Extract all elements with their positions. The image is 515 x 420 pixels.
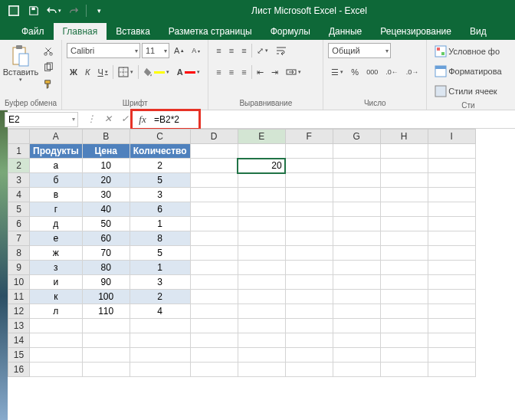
cell[interactable] [380,217,428,231]
align-bottom-icon[interactable]: ≡ [238,43,249,58]
row-header[interactable]: 9 [8,261,30,275]
cell[interactable] [428,275,475,290]
cell[interactable]: 2 [130,290,190,304]
cell[interactable] [238,333,285,348]
cell[interactable]: 70 [82,246,130,261]
cell[interactable] [238,290,285,304]
cell[interactable]: ж [30,246,83,261]
wrap-text-button[interactable] [273,43,290,58]
cell[interactable]: д [30,217,83,231]
align-center-icon[interactable]: ≡ [226,64,237,80]
cell[interactable] [380,304,428,319]
increase-indent-icon[interactable]: ⇥ [268,64,281,80]
cell[interactable] [333,333,380,348]
row-header[interactable]: 3 [8,173,30,188]
tab-file[interactable]: Файл [12,23,54,40]
row-header[interactable]: 4 [8,188,30,202]
cell[interactable] [428,144,475,159]
cell[interactable] [285,173,333,188]
cell[interactable] [190,261,238,275]
decrease-indent-icon[interactable]: ⇤ [254,64,267,80]
cell[interactable] [380,348,428,363]
cell[interactable] [238,202,285,217]
col-header-c[interactable]: C [130,130,190,144]
cell[interactable] [190,333,238,348]
percent-button[interactable]: % [348,64,362,80]
row-header[interactable]: 14 [8,333,30,348]
cell[interactable] [238,217,285,231]
row-header[interactable]: 8 [8,246,30,261]
font-name-combo[interactable]: Calibri [67,43,140,58]
font-size-combo[interactable]: 11 [142,43,169,58]
align-right-icon[interactable]: ≡ [238,64,249,80]
decrease-font-icon[interactable]: A▾ [189,43,203,58]
cell[interactable] [333,290,380,304]
fill-color-button[interactable]: ▾ [140,64,172,80]
cell[interactable] [82,363,130,377]
cell[interactable] [333,144,380,159]
cell[interactable] [428,159,475,173]
cell[interactable]: 5 [130,173,190,188]
cell[interactable] [30,363,83,377]
cell[interactable] [190,144,238,159]
cell[interactable]: з [30,261,83,275]
cell[interactable] [285,188,333,202]
cell[interactable] [190,202,238,217]
cell[interactable] [190,275,238,290]
row-header[interactable]: 15 [8,348,30,363]
bold-button[interactable]: Ж [67,64,80,80]
cancel-formula-icon[interactable]: ✕ [100,112,116,127]
cell[interactable] [428,173,475,188]
cell[interactable] [380,261,428,275]
cell[interactable] [380,231,428,246]
cell[interactable]: л [30,304,83,319]
row-header[interactable]: 7 [8,231,30,246]
table-header-cell[interactable]: Продукты [30,144,83,159]
cell[interactable] [238,231,285,246]
cell[interactable] [285,304,333,319]
cell[interactable] [285,202,333,217]
cell[interactable]: 6 [130,202,190,217]
col-header-d[interactable]: D [190,130,238,144]
cell[interactable] [82,348,130,363]
cell[interactable] [238,261,285,275]
format-table-button[interactable]: Форматирова [431,63,504,80]
cell[interactable] [190,319,238,333]
cell-styles-button[interactable]: Стили ячеек [431,83,500,100]
cell[interactable] [238,304,285,319]
cell[interactable] [285,159,333,173]
cell[interactable] [380,333,428,348]
cell[interactable] [333,261,380,275]
cell[interactable] [428,363,475,377]
cell[interactable]: 40 [82,202,130,217]
formula-input-tail[interactable] [201,112,515,127]
cell[interactable] [190,173,238,188]
orientation-button[interactable]: ⤢▾ [254,43,271,58]
row-header[interactable]: 5 [8,202,30,217]
cell[interactable]: 2 [130,159,190,173]
excel-icon[interactable] [5,2,23,19]
comma-button[interactable]: 000 [363,64,381,80]
increase-font-icon[interactable]: A▴ [171,43,187,58]
align-middle-icon[interactable]: ≡ [226,43,237,58]
name-box[interactable]: E2 [5,112,78,127]
cell[interactable] [190,290,238,304]
col-header-h[interactable]: H [380,130,428,144]
cell[interactable]: е [30,231,83,246]
cell[interactable]: и [30,275,83,290]
cell[interactable] [333,348,380,363]
cell[interactable] [428,290,475,304]
cell[interactable]: в [30,188,83,202]
col-header-g[interactable]: G [333,130,380,144]
cell[interactable] [428,304,475,319]
cell[interactable] [380,173,428,188]
cell[interactable] [333,304,380,319]
paste-button[interactable]: Вставить ▾ [5,43,37,84]
cell[interactable] [333,188,380,202]
cell[interactable] [380,319,428,333]
cell[interactable] [30,348,83,363]
increase-decimal-icon[interactable]: .0← [382,64,402,80]
cell[interactable] [333,173,380,188]
cell[interactable] [428,246,475,261]
cell[interactable] [285,348,333,363]
